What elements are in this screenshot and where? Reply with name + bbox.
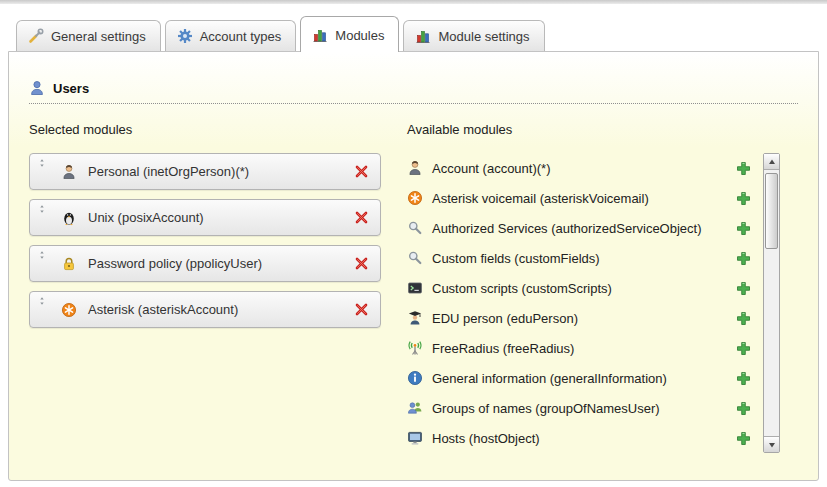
computer-icon	[407, 430, 423, 446]
tab-label: Account types	[200, 29, 282, 44]
available-module-row-hosts: Hosts (hostObject)	[407, 423, 763, 453]
tab-account-types[interactable]: Account types	[165, 20, 297, 51]
add-module-icon[interactable]	[736, 341, 751, 356]
available-modules-list: Account (account)(*) Asterisk voicemail …	[407, 153, 763, 453]
magnifier-icon	[407, 250, 423, 266]
gear-icon	[177, 28, 193, 44]
scroll-up-icon[interactable]	[764, 154, 779, 170]
available-module-row-authorized-services: Authorized Services (authorizedServiceOb…	[407, 213, 763, 243]
module-label: General information (generalInformation)	[432, 371, 667, 386]
module-label: EDU person (eduPerson)	[432, 311, 578, 326]
module-label: Unix (posixAccount)	[88, 210, 354, 225]
tools-icon	[28, 28, 44, 44]
tab-modules[interactable]: Modules	[300, 16, 399, 52]
drag-handle-icon[interactable]	[38, 292, 46, 305]
drag-handle-icon[interactable]	[38, 154, 46, 167]
chart-icon	[415, 28, 431, 44]
module-label: Authorized Services (authorizedServiceOb…	[432, 221, 702, 236]
tab-general-settings[interactable]: General settings	[16, 20, 161, 51]
person-icon	[407, 160, 423, 176]
add-module-icon[interactable]	[736, 431, 751, 446]
tab-label: Module settings	[438, 29, 529, 44]
add-module-icon[interactable]	[736, 311, 751, 326]
scroll-down-icon[interactable]	[764, 436, 779, 452]
add-module-icon[interactable]	[736, 371, 751, 386]
asterisk-icon	[407, 190, 423, 206]
available-module-row-custom-scripts: Custom scripts (customScripts)	[407, 273, 763, 303]
module-label: Custom scripts (customScripts)	[432, 281, 612, 296]
user-icon	[29, 80, 45, 96]
tab-label: Modules	[335, 28, 384, 43]
antenna-icon	[407, 340, 423, 356]
add-module-icon[interactable]	[736, 251, 751, 266]
info-icon	[407, 370, 423, 386]
terminal-icon	[407, 280, 423, 296]
lock-icon	[61, 256, 77, 272]
tab-module-settings[interactable]: Module settings	[403, 20, 544, 51]
add-module-icon[interactable]	[736, 401, 751, 416]
available-module-row-general-information: General information (generalInformation)	[407, 363, 763, 393]
module-label: FreeRadius (freeRadius)	[432, 341, 574, 356]
magnifier-icon	[407, 220, 423, 236]
tux-penguin-icon	[61, 210, 77, 226]
group-icon	[407, 400, 423, 416]
scrollbar-thumb[interactable]	[765, 173, 778, 249]
chevron-up-icon	[768, 158, 776, 166]
add-module-icon[interactable]	[736, 281, 751, 296]
selected-module-row-password-policy[interactable]: Password policy (ppolicyUser)	[29, 245, 381, 282]
asterisk-icon	[61, 302, 77, 318]
tab-label: General settings	[51, 29, 146, 44]
available-module-row-edu-person: EDU person (eduPerson)	[407, 303, 763, 333]
add-module-icon[interactable]	[736, 191, 751, 206]
selected-module-row-personal[interactable]: Personal (inetOrgPerson)(*)	[29, 153, 381, 190]
drag-handle-icon[interactable]	[38, 246, 46, 259]
module-label: Hosts (hostObject)	[432, 431, 540, 446]
modules-panel: Users Selected modules Personal (inetOrg…	[8, 51, 819, 481]
add-module-icon[interactable]	[736, 161, 751, 176]
selected-module-row-unix[interactable]: Unix (posixAccount)	[29, 199, 381, 236]
section-title: Users	[53, 81, 89, 96]
remove-module-icon[interactable]	[354, 302, 369, 317]
available-module-row-freeradius: FreeRadius (freeRadius)	[407, 333, 763, 363]
available-modules-column: Available modules Account (account)(*) A…	[407, 122, 806, 453]
module-label: Password policy (ppolicyUser)	[88, 256, 354, 271]
remove-module-icon[interactable]	[354, 256, 369, 271]
module-label: Asterisk (asteriskAccount)	[88, 302, 354, 317]
available-modules-heading: Available modules	[407, 122, 806, 137]
remove-module-icon[interactable]	[354, 164, 369, 179]
available-module-row-account: Account (account)(*)	[407, 153, 763, 183]
module-label: Groups of names (groupOfNamesUser)	[432, 401, 660, 416]
tab-bar: General settings Account types Modules M…	[0, 4, 827, 51]
available-modules-scrollbar[interactable]	[763, 153, 780, 453]
remove-module-icon[interactable]	[354, 210, 369, 225]
edu-person-icon	[407, 310, 423, 326]
selected-module-row-asterisk[interactable]: Asterisk (asteriskAccount)	[29, 291, 381, 328]
module-label: Personal (inetOrgPerson)(*)	[88, 164, 354, 179]
selected-modules-column: Selected modules Personal (inetOrgPerson…	[29, 122, 381, 453]
chevron-down-icon	[768, 441, 776, 449]
available-module-row-asterisk-voicemail: Asterisk voicemail (asteriskVoicemail)	[407, 183, 763, 213]
chart-icon	[312, 27, 328, 43]
available-module-row-groups-of-names: Groups of names (groupOfNamesUser)	[407, 393, 763, 423]
add-module-icon[interactable]	[736, 221, 751, 236]
drag-handle-icon[interactable]	[38, 200, 46, 213]
available-module-row-custom-fields: Custom fields (customFields)	[407, 243, 763, 273]
selected-modules-heading: Selected modules	[29, 122, 381, 137]
person-icon	[61, 164, 77, 180]
module-label: Account (account)(*)	[432, 161, 551, 176]
section-heading-users: Users	[29, 80, 798, 104]
module-label: Custom fields (customFields)	[432, 251, 600, 266]
module-label: Asterisk voicemail (asteriskVoicemail)	[432, 191, 649, 206]
